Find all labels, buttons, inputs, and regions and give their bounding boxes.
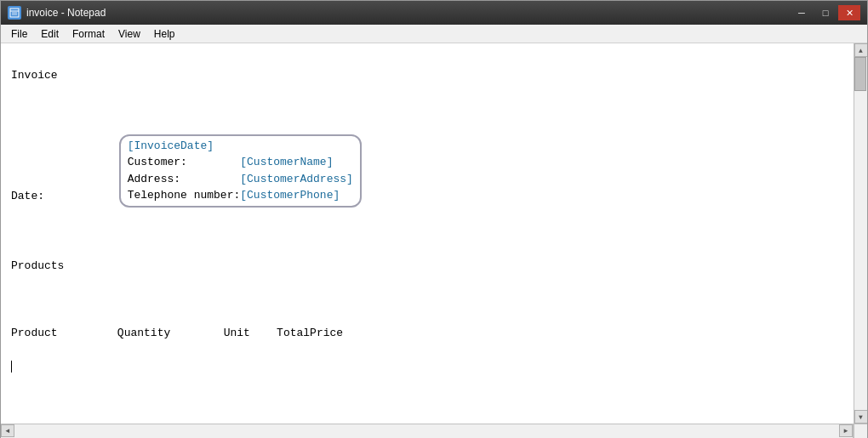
app-icon — [8, 6, 21, 20]
empty-line-1 — [11, 100, 843, 117]
product-col-header: Product — [11, 327, 117, 339]
menu-bar: File Edit Format View Help — [1, 25, 867, 43]
scroll-thumb-v[interactable] — [854, 57, 866, 91]
empty-line-2 — [11, 224, 843, 241]
placeholder-group: [InvoiceDate] Customer: [CustomerName] A… — [119, 134, 362, 208]
customer-name-placeholder: [CustomerName] — [240, 156, 333, 168]
title-bar: invoice - Notepad ─ □ ✕ — [1, 1, 867, 25]
products-heading: Products — [11, 259, 64, 272]
invoice-date-placeholder: [InvoiceDate] — [128, 139, 214, 152]
menu-file[interactable]: File — [4, 26, 34, 43]
table-header-line: Product Quantity Unit TotalPrice — [11, 325, 843, 342]
phone-label-inner: Telephone number: — [128, 189, 241, 202]
date-line: Date: [InvoiceDate] Customer: [CustomerN… — [11, 134, 843, 208]
bottom-bar: ◄ ► — [1, 424, 867, 437]
totalprice-col-header: TotalPrice — [277, 327, 343, 339]
scroll-down-arrow[interactable]: ▼ — [854, 410, 868, 424]
date-label: Date: — [11, 189, 124, 202]
cursor-line-content — [11, 358, 843, 375]
customer-label-inner: Customer: — [128, 156, 241, 168]
editor-area: Invoice Date: [InvoiceDate] Customer: [C… — [1, 43, 867, 424]
close-button[interactable]: ✕ — [838, 5, 860, 20]
quantity-col-header: Quantity — [117, 327, 224, 339]
customer-phone-placeholder: [CustomerPhone] — [240, 189, 340, 202]
horizontal-scrollbar: ◄ ► — [1, 424, 854, 438]
window-controls: ─ □ ✕ — [791, 5, 860, 20]
vertical-scrollbar: ▲ ▼ — [854, 43, 867, 424]
notepad-window: invoice - Notepad ─ □ ✕ File Edit Format… — [0, 0, 868, 438]
menu-help[interactable]: Help — [147, 26, 182, 43]
address-label-inner: Address: — [128, 173, 241, 185]
menu-format[interactable]: Format — [66, 26, 111, 43]
scroll-left-arrow[interactable]: ◄ — [1, 424, 14, 437]
empty-line-3 — [11, 291, 843, 308]
products-line: Products — [11, 258, 843, 275]
text-cursor — [11, 361, 12, 373]
customer-address-placeholder: [CustomerAddress] — [240, 173, 353, 185]
heading-line: Invoice — [11, 67, 843, 84]
scroll-right-arrow[interactable]: ► — [839, 424, 853, 437]
scroll-track-v[interactable] — [854, 57, 867, 410]
invoice-heading: Invoice — [11, 69, 58, 82]
maximize-button[interactable]: □ — [814, 5, 837, 20]
scroll-track-h[interactable] — [14, 424, 839, 437]
menu-edit[interactable]: Edit — [34, 26, 66, 43]
menu-view[interactable]: View — [111, 26, 147, 43]
scroll-up-arrow[interactable]: ▲ — [854, 43, 868, 57]
text-content[interactable]: Invoice Date: [InvoiceDate] Customer: [C… — [1, 43, 854, 424]
unit-col-header: Unit — [224, 327, 277, 339]
scrollbar-corner — [854, 424, 867, 438]
title-bar-left: invoice - Notepad — [8, 6, 106, 20]
minimize-button[interactable]: ─ — [791, 5, 813, 20]
window-title: invoice - Notepad — [26, 7, 106, 19]
